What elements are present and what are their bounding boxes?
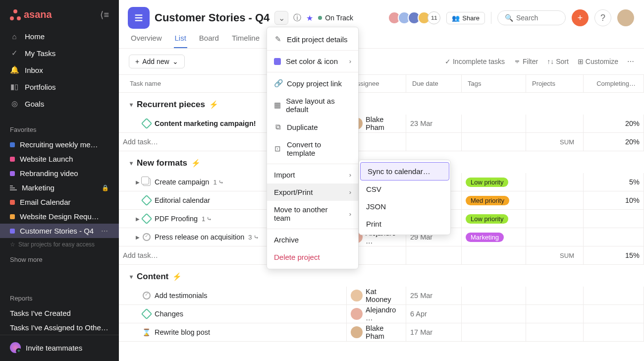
more-actions[interactable]: ⋯ (627, 58, 634, 65)
col-projects[interactable]: Projects (526, 75, 584, 92)
col-tags[interactable]: Tags (462, 75, 526, 92)
tab-overview[interactable]: Overview (130, 34, 163, 48)
check-circle-icon: ✓ (445, 58, 451, 65)
task-check-icon[interactable] (143, 292, 151, 300)
sidebar-favorite[interactable]: Website Design Requ… (0, 209, 119, 224)
chevron-down-icon: ⌄ (278, 13, 285, 23)
project-menu-button[interactable]: ⌄ (274, 11, 288, 25)
nav-home[interactable]: ⌂Home (4, 28, 115, 45)
submenu-json[interactable]: JSON (359, 198, 450, 215)
rules-bolt-icon[interactable]: ⚡ (172, 272, 182, 281)
sidebar-favorite[interactable]: Recruiting weekly me… (0, 137, 119, 152)
rules-bolt-icon[interactable]: ⚡ (209, 100, 218, 109)
nav-mytasks[interactable]: ✓My Tasks (4, 45, 115, 61)
menu-duplicate[interactable]: ⧉Duplicate (267, 118, 358, 136)
tab-list[interactable]: List (174, 34, 187, 48)
status-pill[interactable]: On Track (318, 14, 353, 22)
report-item[interactable]: Tasks I've Created (0, 306, 119, 320)
filter-button[interactable]: ⫧Filter (514, 58, 538, 65)
sidebar-favorite[interactable]: Rebranding video (0, 166, 119, 180)
task-name: Content marketing campaign! (155, 120, 256, 127)
add-new-button[interactable]: +Add new⌄ (129, 55, 185, 68)
milestone-icon (141, 118, 153, 129)
color-swatch-icon (274, 58, 281, 65)
invite-teammates[interactable]: Invite teammates (0, 335, 119, 353)
menu-set-color[interactable]: Set color & icon› (267, 53, 358, 70)
col-due[interactable]: Due date (406, 75, 462, 92)
menu-save-layout[interactable]: ▦Save layout as default (267, 92, 358, 118)
sidebar-favorite[interactable]: Customer Stories - Q4⋯ (0, 224, 119, 238)
nav-portfolios[interactable]: ▮▯Portfolios (4, 78, 115, 95)
section-caret-icon[interactable]: ▾ (130, 101, 133, 108)
submenu-csv[interactable]: CSV (359, 180, 450, 198)
expand-subtasks-icon[interactable]: ▶ (136, 216, 140, 222)
submenu-print[interactable]: Print (359, 215, 450, 233)
member-avatars[interactable]: 11 (391, 11, 440, 24)
subtask-icon: ⤷ (207, 215, 212, 223)
task-name: Changes (155, 310, 183, 318)
menu-delete-project[interactable]: Delete project (267, 248, 358, 266)
tab-timeline[interactable]: Timeline (231, 34, 261, 48)
section-header[interactable]: ▾Recurrent pieces⚡ (119, 93, 644, 115)
tab-board[interactable]: Board (198, 34, 220, 48)
task-check-icon[interactable] (143, 233, 151, 241)
tag-pill[interactable]: Med priority (466, 196, 509, 205)
menu-archive[interactable]: Archive (267, 231, 358, 248)
menu-copy-link[interactable]: 🔗Copy project link (267, 74, 358, 92)
add-task-label: Add task… (123, 138, 158, 146)
menu-import[interactable]: Import› (267, 166, 358, 183)
section-caret-icon[interactable]: ▾ (130, 273, 133, 280)
global-add-button[interactable]: + (572, 9, 589, 26)
section-header[interactable]: ▾Content⚡ (119, 265, 644, 287)
rules-bolt-icon[interactable]: ⚡ (191, 159, 201, 168)
expand-subtasks-icon[interactable]: ▶ (136, 180, 140, 185)
task-row[interactable]: Content marketing campaign!Blake Pham23 … (119, 115, 644, 133)
subtask-count: 1 ⤷ (202, 215, 212, 223)
favorite-label: Website Design Requ… (20, 212, 99, 221)
info-icon[interactable]: ⓘ (293, 13, 301, 23)
tag-pill[interactable]: Low priority (466, 214, 508, 224)
customize-button[interactable]: ⊞Customize (578, 58, 618, 65)
sidebar-favorite[interactable]: Marketing🔒 (0, 180, 119, 195)
collapse-sidebar-icon[interactable]: ⟨≡ (100, 9, 109, 20)
incomplete-filter[interactable]: ✓Incomplete tasks (445, 58, 505, 65)
submenu-sync-calendar[interactable]: Sync to calendar… (360, 162, 449, 180)
tag-pill[interactable]: Low priority (466, 178, 508, 187)
menu-convert-template[interactable]: ⊡Convert to template (267, 136, 358, 162)
project-icon[interactable] (128, 7, 150, 29)
nav-inbox[interactable]: 🔔Inbox (4, 61, 115, 78)
search-input[interactable]: 🔍Search (497, 10, 566, 25)
assignee-avatar (351, 308, 363, 320)
report-item[interactable]: Tasks I've Assigned to Othe… (0, 320, 119, 335)
add-task-row[interactable]: Add task…SUM20% (119, 133, 644, 151)
task-row[interactable]: Rewrite blog postBlake Pham17 Mar (119, 323, 644, 342)
more-icon[interactable]: ⋯ (101, 227, 109, 235)
favorite-label: Customer Stories - Q4 (20, 227, 94, 235)
current-user-avatar[interactable] (617, 9, 634, 26)
menu-edit-details[interactable]: ✎Edit project details (267, 30, 358, 48)
task-row[interactable]: ChangesAlejandro …6 Apr (119, 305, 644, 323)
show-more[interactable]: Show more (0, 251, 119, 268)
add-task-row[interactable]: Add task…SUM15% (119, 246, 644, 265)
sort-button[interactable]: ↑↓Sort (547, 58, 569, 65)
section-title: Content (137, 272, 168, 282)
favorite-label: Recruiting weekly me… (20, 140, 98, 149)
share-button[interactable]: 👥Share (446, 12, 485, 24)
star-icon[interactable]: ★ (306, 13, 313, 23)
menu-export-print[interactable]: Export/Print› (267, 183, 358, 201)
chevron-down-icon: ⌄ (172, 58, 178, 65)
logo[interactable]: asana (10, 9, 52, 20)
assignee-name: Blake Pham (366, 324, 402, 340)
help-button[interactable]: ? (594, 9, 611, 26)
sidebar-favorite[interactable]: Website Launch (0, 152, 119, 166)
menu-move-team[interactable]: Move to another team› (267, 201, 358, 227)
sidebar-favorite[interactable]: Email Calendar (0, 195, 119, 209)
expand-subtasks-icon[interactable]: ▶ (136, 235, 140, 240)
nav-goals[interactable]: ◎Goals (4, 95, 115, 112)
task-row[interactable]: Add testimonialsKat Mooney25 Mar (119, 287, 644, 305)
project-tabs: OverviewListBoardTimelineMore... (119, 29, 644, 49)
section-caret-icon[interactable]: ▾ (130, 160, 133, 167)
tag-pill[interactable]: Marketing (466, 233, 504, 242)
col-completing[interactable]: Completing… (584, 75, 644, 92)
goal-icon: ◎ (10, 99, 19, 108)
